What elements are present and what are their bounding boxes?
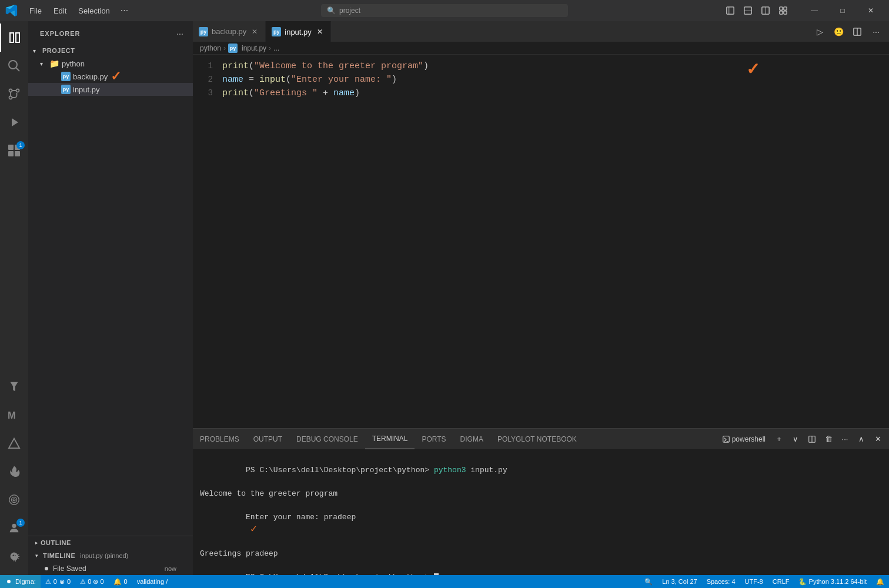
close-button[interactable]: ✕ [857,0,884,21]
breadcrumb-file[interactable]: input.py [242,44,266,52]
line-num-3: 3 [193,86,222,99]
layout-btn-3[interactable] [757,2,774,19]
layout-btn-2[interactable] [740,2,756,19]
split-terminal-btn[interactable] [804,432,820,447]
svg-rect-5 [766,7,766,14]
input-tab-close[interactable]: ✕ [315,27,325,36]
run-btn[interactable]: ▷ [811,24,828,40]
m-activity-icon[interactable]: M [0,401,28,429]
project-root[interactable]: ▾ PROJECT [28,44,193,57]
account-activity-icon[interactable]: 1 [0,514,28,542]
svg-rect-9 [784,11,787,14]
tab-terminal[interactable]: TERMINAL [365,429,415,449]
source-control-activity-icon[interactable] [0,80,28,108]
code-editor[interactable]: ✓ 1 print("Welcome to the greeter progra… [193,55,889,428]
status-validating[interactable]: validating / [132,575,173,588]
triangle-activity-icon[interactable] [0,429,28,457]
status-more-label: ⚠ 0 ⊗ 0 [80,578,103,586]
search-activity-icon[interactable] [0,52,28,80]
title-bar-left: File Edit Selection ··· [0,0,133,21]
tab-output[interactable]: OUTPUT [246,429,289,449]
term-arg-1: input.py [466,466,507,475]
run-debug-activity-icon[interactable] [0,108,28,136]
settings-activity-icon[interactable] [0,542,28,570]
split-editor-btn[interactable] [849,24,865,40]
timeline-item-filesaved: File Saved now [28,562,193,575]
status-spaces[interactable]: Spaces: 4 [702,575,740,588]
test-activity-icon[interactable] [0,373,28,401]
status-search-btn[interactable]: 🔍 [640,575,657,588]
tab-ports[interactable]: PORTS [415,429,453,449]
sidebar-more-btn[interactable]: ··· [174,28,186,39]
status-notifications[interactable]: 🔔 0 [109,575,132,588]
explorer-activity-icon[interactable] [0,24,28,52]
backup-py-item[interactable]: ▸ py backup.py ✓ [28,70,193,83]
status-line-ending[interactable]: CRLF [768,575,794,588]
spiral-activity-icon[interactable] [0,486,28,514]
outline-arrow: ▸ [35,540,38,546]
terminal-line-5: PS C:\Users\dell\Desktop\project\python> [200,560,882,575]
launch-profile-btn[interactable]: ∨ [788,432,803,447]
status-cursor-position[interactable]: Ln 3, Col 27 [657,575,701,588]
svg-rect-6 [780,7,783,10]
term-prompt-1: PS C:\Users\dell\Desktop\project\python> [246,466,434,475]
status-language[interactable]: 🐍 Python 3.11.2 64-bit [794,575,871,588]
svg-rect-8 [780,11,783,14]
extensions-activity-icon[interactable]: 1 [0,136,28,165]
minimize-button[interactable]: — [801,0,828,21]
tab-input-py[interactable]: py input.py ✕ [266,21,331,42]
terminal-content[interactable]: PS C:\Users\dell\Desktop\project\python>… [193,449,889,575]
python-folder[interactable]: ▾ 📁 python [28,57,193,70]
tab-problems[interactable]: PROBLEMS [193,429,246,449]
sidebar-bottom: ▸ OUTLINE ▾ TIMELINE input.py (pinned) F… [28,536,193,575]
terminal-panel: PROBLEMS OUTPUT DEBUG CONSOLE TERMINAL P… [193,428,889,575]
python-arrow: ▾ [40,61,49,67]
outline-section[interactable]: ▸ OUTLINE [28,536,193,549]
svg-rect-15 [8,145,14,150]
svg-rect-1 [728,7,729,14]
breadcrumb-dots[interactable]: ... [273,44,279,52]
input-py-item[interactable]: ▸ py input.py [28,83,193,96]
tab-backup-py[interactable]: py backup.py ✕ [193,21,266,42]
timeline-header[interactable]: ▾ TIMELINE input.py (pinned) [28,549,193,562]
svg-point-30 [7,580,11,583]
svg-point-20 [9,495,19,505]
status-spaces-label: Spaces: 4 [707,578,736,585]
status-encoding[interactable]: UTF-8 [740,575,768,588]
menu-file[interactable]: File [24,0,48,21]
code-line-2: 2 name = input("Enter your name: ") [193,73,889,86]
flame-activity-icon[interactable] [0,457,28,486]
timeline-time: now [165,565,176,572]
status-more-errors[interactable]: ⚠ 0 ⊗ 0 [75,575,108,588]
smiley-btn[interactable]: 🙂 [830,24,847,40]
sidebar: EXPLORER ··· ▾ PROJECT ▾ 📁 python ▸ py b… [28,21,193,575]
layout-btn-4[interactable] [775,2,791,19]
close-panel-btn[interactable]: ✕ [870,432,885,447]
menu-edit[interactable]: Edit [48,0,72,21]
backup-tab-close[interactable]: ✕ [250,27,259,36]
maximize-panel-btn[interactable]: ∧ [854,432,869,447]
breadcrumb-python[interactable]: python [200,44,221,52]
terminal-more-btn[interactable]: ··· [837,432,853,447]
line-num-1: 1 [193,59,222,72]
tab-debug-console[interactable]: DEBUG CONSOLE [289,429,365,449]
backup-tab-label: backup.py [212,27,246,36]
maximize-button[interactable]: □ [829,0,856,21]
svg-point-14 [9,96,12,99]
status-notif-icon: 🔔 [113,578,122,586]
add-terminal-btn[interactable]: + [771,432,787,447]
layout-btn-1[interactable] [722,2,738,19]
title-search[interactable]: 🔍 project [321,4,568,17]
svg-line-11 [16,68,20,72]
menu-selection[interactable]: Selection [72,0,115,21]
timeline-text: File Saved [53,564,86,573]
kill-terminal-btn[interactable]: 🗑 [821,432,836,447]
svg-rect-18 [15,151,20,156]
tab-polyglot[interactable]: POLYGLOT NOTEBOOK [490,429,584,449]
status-digma[interactable]: Digma: [0,575,41,588]
status-bell[interactable]: 🔔 [871,575,889,588]
tab-digma[interactable]: DIGMA [453,429,490,449]
more-actions-btn[interactable]: ··· [868,24,884,40]
status-errors[interactable]: ⚠ 0 ⊗ 0 [41,575,75,588]
menu-more[interactable]: ··· [116,0,133,21]
